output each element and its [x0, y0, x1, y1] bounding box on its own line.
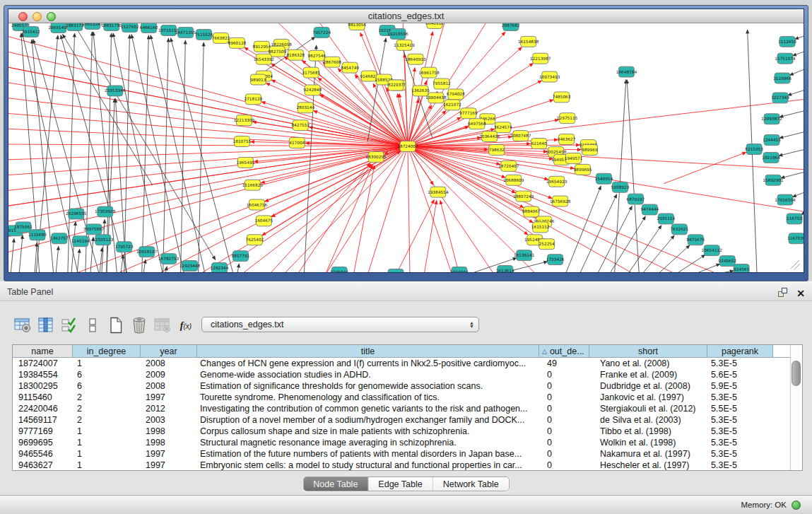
table-cell[interactable]: 2: [73, 414, 141, 426]
table-cell[interactable]: Tibbo et al. (1998): [589, 426, 707, 437]
table-cell[interactable]: 0: [539, 380, 589, 392]
graph-node[interactable]: 1604675: [254, 216, 273, 226]
column-edit-icon[interactable]: [37, 316, 55, 334]
table-cell[interactable]: 1997: [141, 460, 197, 470]
table-cell[interactable]: 18300295: [13, 380, 73, 392]
minimize-window-button[interactable]: [33, 12, 42, 21]
graph-node[interactable]: 9857791: [232, 251, 250, 262]
graph-node[interactable]: 2867608: [323, 57, 341, 67]
table-cell[interactable]: Investigating the contribution of common…: [197, 403, 539, 414]
table-cell[interactable]: 5.3E-5: [707, 414, 773, 426]
graph-node[interactable]: 12093872: [761, 114, 782, 124]
graph-node[interactable]: 252254: [539, 239, 555, 250]
graph-node[interactable]: 989969: [582, 145, 598, 156]
graph-node[interactable]: 621640: [531, 139, 547, 149]
table-cell[interactable]: Jankovic et al. (1997): [589, 392, 707, 403]
table-cell[interactable]: 9463627: [13, 460, 73, 470]
table-cell[interactable]: 2: [73, 392, 141, 403]
vertical-scrollbar[interactable]: [790, 345, 802, 470]
graph-node[interactable]: 1024504: [450, 267, 469, 272]
graph-node[interactable]: 6497568: [468, 119, 486, 129]
table-cell[interactable]: 5.3E-5: [707, 437, 773, 448]
table-cell[interactable]: Estimation of the future numbers of pati…: [197, 448, 539, 460]
graph-node[interactable]: 989013: [250, 74, 266, 85]
table-cell[interactable]: 2012: [141, 403, 197, 414]
table-cell[interactable]: 1: [73, 437, 141, 448]
table-cell[interactable]: Stergiakouli et al. (2012): [589, 403, 707, 414]
graph-node[interactable]: 8454749: [341, 62, 359, 73]
table-cell[interactable]: 1998: [141, 437, 197, 448]
graph-node[interactable]: 10653287: [82, 23, 103, 29]
graph-node[interactable]: 16961758: [418, 67, 440, 78]
graph-node[interactable]: 19218596: [387, 28, 408, 39]
graph-node[interactable]: 17359928: [95, 206, 116, 217]
graph-node[interactable]: 12213987: [530, 53, 551, 64]
table-row[interactable]: 946362711997Embryonic stem cells: a mode…: [13, 460, 802, 470]
graph-node[interactable]: 1795723: [115, 242, 134, 252]
graph-node[interactable]: 19904438: [425, 93, 447, 103]
graph-node[interactable]: 9242848: [303, 85, 322, 95]
graph-node[interactable]: 10958107: [136, 247, 158, 257]
graph-node[interactable]: 3624574: [494, 122, 512, 133]
column-header-year[interactable]: year: [141, 345, 197, 357]
graph-node[interactable]: 3175685: [302, 67, 320, 78]
table-row[interactable]: 2242004622012Investigating the contribut…: [13, 403, 802, 414]
graph-node[interactable]: 12923448: [180, 261, 201, 271]
graph-node[interactable]: 1615152: [531, 222, 550, 233]
table-cell[interactable]: 1: [73, 460, 141, 470]
graph-node[interactable]: 6879197: [627, 194, 645, 204]
table-cell[interactable]: Corpus callosum shape and size in male p…: [197, 426, 539, 437]
graph-node[interactable]: 18300295: [365, 151, 387, 162]
table-cell[interactable]: 1: [73, 448, 141, 460]
table-cell[interactable]: 1997: [141, 448, 197, 460]
graph-node[interactable]: 30975887: [83, 224, 105, 235]
graph-node[interactable]: 2803144: [296, 103, 314, 113]
tab-network-table[interactable]: Network Table: [433, 477, 509, 491]
table-cell[interactable]: 9699695: [13, 437, 73, 448]
table-cell[interactable]: 2009: [141, 369, 197, 380]
graph-node[interactable]: 2718120: [245, 94, 263, 105]
graph-node[interactable]: 2087682: [502, 23, 520, 30]
graph-node[interactable]: 16782753: [158, 254, 180, 264]
table-cell[interactable]: 0: [539, 369, 589, 380]
graph-node[interactable]: 116753: [787, 214, 802, 224]
table-cell[interactable]: 9465546: [13, 448, 73, 460]
graph-node[interactable]: 8471676: [686, 235, 705, 245]
table-cell[interactable]: Yano et al. (2008): [589, 358, 707, 369]
table-cell[interactable]: 18724007: [13, 358, 73, 369]
table-cell[interactable]: 5.3E-5: [707, 358, 773, 369]
graph-node[interactable]: 7632621: [670, 224, 688, 235]
graph-node[interactable]: 6640910: [425, 23, 444, 28]
graph-node[interactable]: 822037: [388, 80, 404, 90]
graph-node[interactable]: 6794028: [447, 89, 465, 100]
table-cell[interactable]: 5.5E-5: [707, 403, 773, 414]
graph-node[interactable]: 7515526: [195, 29, 213, 40]
graph-node[interactable]: 16046756: [247, 199, 268, 210]
graph-node[interactable]: 1949571: [565, 153, 583, 163]
float-panel-icon[interactable]: [777, 287, 788, 300]
table-cell[interactable]: Wolkin et al. (1998): [589, 437, 707, 448]
table-cell[interactable]: Structural magnetic resonance image aver…: [197, 437, 539, 448]
graph-node[interactable]: 924565: [734, 264, 749, 272]
table-cell[interactable]: 2008: [141, 358, 197, 369]
graph-node[interactable]: 1167530: [787, 233, 804, 244]
graph-node[interactable]: 18807249: [513, 191, 534, 201]
zoom-window-button[interactable]: [47, 12, 56, 21]
graph-node[interactable]: 10807487: [510, 131, 531, 141]
graph-node[interactable]: 1621072: [443, 100, 461, 110]
scrollbar-thumb[interactable]: [792, 361, 801, 386]
table-cell[interactable]: Dudbridge et al. (2008): [589, 380, 707, 392]
graph-node[interactable]: 8186328: [286, 49, 305, 60]
table-row[interactable]: 946554611997Estimation of the future num…: [13, 448, 802, 460]
graph-node[interactable]: 10973493: [539, 71, 560, 82]
table-cell[interactable]: Disruption of a novel member of a sodium…: [197, 414, 539, 426]
graph-node[interactable]: 12505123: [93, 235, 114, 245]
graph-node[interactable]: 1021064: [762, 152, 780, 163]
column-header-short[interactable]: short: [589, 345, 707, 357]
memory-status-indicator[interactable]: [792, 501, 801, 510]
new-document-icon[interactable]: [107, 316, 125, 334]
table-cell[interactable]: 2: [73, 403, 141, 414]
table-cell[interactable]: 9777169: [13, 426, 73, 437]
graph-node[interactable]: 9777169: [459, 108, 478, 119]
table-cell[interactable]: 1997: [141, 392, 197, 403]
